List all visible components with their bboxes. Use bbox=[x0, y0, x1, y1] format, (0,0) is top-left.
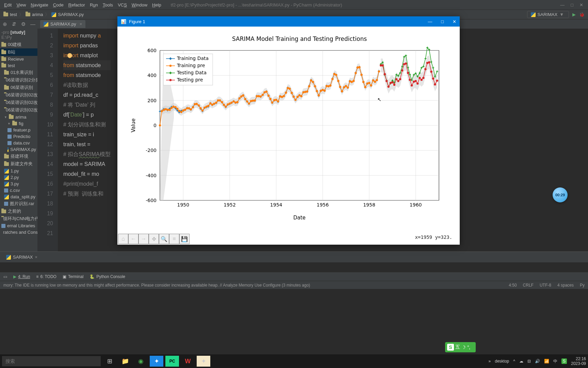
menu-vcs[interactable]: VCS bbox=[116, 1, 129, 9]
sidebar-item[interactable]: 2.py bbox=[0, 174, 37, 181]
minimize-icon[interactable]: ― bbox=[428, 19, 432, 24]
pan-icon[interactable]: ✥ bbox=[149, 234, 159, 244]
run-icon[interactable]: ▶ bbox=[572, 12, 576, 17]
caret-position[interactable]: 4:50 bbox=[509, 283, 517, 288]
sidebar-item[interactable]: data_split.py bbox=[0, 194, 37, 200]
crumb-test[interactable]: test bbox=[3, 12, 17, 17]
sidebar-item[interactable]: ernal Libraries bbox=[0, 223, 37, 229]
intention-bulb-icon[interactable] bbox=[67, 53, 72, 58]
sidebar-item[interactable]: SARIMAX.py bbox=[0, 146, 37, 153]
explorer-icon[interactable]: 📁 bbox=[118, 356, 132, 367]
sidebar-item[interactable]: 搭建环境 bbox=[0, 153, 37, 160]
sidebar-item[interactable]: 循环与CNN电力代码 bbox=[0, 215, 37, 223]
sidebar-item[interactable]: 06菜谱识别02改 bbox=[0, 91, 37, 99]
maximize-icon[interactable]: □ bbox=[571, 2, 573, 7]
menu-refactor[interactable]: Refactor bbox=[66, 1, 87, 9]
browser-icon[interactable]: ◉ bbox=[134, 356, 148, 367]
menu-edit[interactable]: Edit bbox=[2, 1, 14, 9]
menu-run[interactable]: Run bbox=[88, 1, 100, 9]
todo-toolwindow[interactable]: ≡ 6: TODO bbox=[36, 274, 56, 279]
menu-navigate[interactable]: Navigate bbox=[29, 1, 50, 9]
close-icon[interactable]: ✕ bbox=[453, 19, 456, 24]
app-icon-1[interactable]: ✦ bbox=[150, 356, 163, 367]
menu-code[interactable]: Code bbox=[51, 1, 66, 9]
sidebar-item[interactable]: 新建文件夹 bbox=[0, 160, 37, 168]
sidebar-item[interactable]: 1.py bbox=[0, 168, 37, 174]
indent[interactable]: 4 spaces bbox=[557, 283, 574, 288]
zoom-icon[interactable]: 🔍 bbox=[159, 234, 169, 244]
close-tab-icon[interactable]: × bbox=[35, 255, 38, 260]
app-icon-3[interactable]: ✦ bbox=[197, 356, 210, 367]
ime-s-icon[interactable]: S bbox=[561, 358, 567, 364]
configure-icon[interactable]: ≡ bbox=[169, 234, 179, 244]
sidebar-item[interactable]: Predictio bbox=[0, 133, 37, 140]
gear-icon[interactable]: ⚙ bbox=[21, 21, 26, 27]
app-icon-2[interactable]: W bbox=[181, 356, 195, 367]
save-icon[interactable]: 💾 bbox=[179, 234, 190, 244]
project-root[interactable]: -pro [study] E:\Py bbox=[0, 29, 37, 41]
terminal-toolwindow[interactable]: ▣ Terminal bbox=[63, 274, 83, 279]
wifi-icon[interactable]: 📶 bbox=[544, 359, 549, 364]
sidebar-item[interactable]: test bbox=[0, 62, 37, 69]
back-icon[interactable]: ← bbox=[128, 234, 138, 244]
run-toolwindow[interactable]: ▶4: Run bbox=[13, 274, 30, 279]
hide-icon[interactable]: ― bbox=[30, 21, 35, 27]
sidebar-item[interactable]: 00建模 bbox=[0, 41, 37, 48]
home-icon[interactable]: ⌂ bbox=[118, 234, 128, 244]
pycharm-icon[interactable]: PC bbox=[165, 356, 179, 367]
sidebar-item[interactable]: B站 bbox=[0, 48, 37, 56]
encoding[interactable]: UTF-8 bbox=[540, 283, 551, 288]
line-ending[interactable]: CRLF bbox=[523, 283, 534, 288]
overflow-icon[interactable]: » bbox=[489, 359, 491, 364]
ime-tray-icon[interactable]: 中 bbox=[553, 358, 557, 364]
sidebar-item[interactable]: ▼arima bbox=[0, 114, 37, 120]
recording-timer-badge[interactable]: 00:29 bbox=[553, 187, 568, 202]
close-icon[interactable]: ✕ bbox=[579, 2, 583, 7]
maximize-icon[interactable]: □ bbox=[441, 19, 444, 24]
python-console-toolwindow[interactable]: 🐍 Python Console bbox=[89, 274, 125, 279]
code-area[interactable]: import numpy aimport pandasimport matplo… bbox=[58, 29, 111, 251]
menu-tools[interactable]: Tools bbox=[101, 1, 115, 9]
svg-point-60 bbox=[223, 104, 225, 106]
menu-view[interactable]: View bbox=[14, 1, 28, 9]
sidebar-item[interactable]: 3.py bbox=[0, 181, 37, 187]
sidebar-item[interactable]: ▼fig bbox=[0, 120, 37, 127]
run-panel-tab[interactable]: SARIMAX × bbox=[3, 254, 41, 261]
debug-icon[interactable]: 🐞 bbox=[579, 12, 585, 17]
memory-warning[interactable]: mory: The IDE is running low on memory a… bbox=[3, 283, 310, 288]
crumb-arima[interactable]: arima bbox=[26, 12, 43, 17]
cloud-icon[interactable]: ☁ bbox=[519, 359, 523, 364]
taskbar-clock[interactable]: 22:16 2023-09 bbox=[571, 356, 586, 366]
sidebar-item[interactable]: 06菜谱识别02改 bbox=[0, 106, 37, 114]
menu-window[interactable]: Window bbox=[130, 1, 149, 9]
task-view-icon[interactable]: ⊞ bbox=[103, 356, 116, 367]
close-tab-icon[interactable]: × bbox=[80, 21, 82, 27]
menu-help[interactable]: Help bbox=[150, 1, 163, 9]
tray-icon[interactable]: ⊟ bbox=[527, 359, 531, 364]
sidebar-item[interactable]: 06菜谱识别2分类 bbox=[0, 76, 37, 84]
sidebar-item[interactable]: ratches and Consol bbox=[0, 229, 37, 235]
minimize-icon[interactable]: ― bbox=[560, 2, 565, 7]
ime-indicator[interactable]: S 五 ☽ °‚ bbox=[445, 342, 476, 352]
sidebar-item[interactable]: 01水果识别 bbox=[0, 69, 37, 76]
target-icon[interactable]: ⊕ bbox=[3, 21, 7, 27]
sidebar-item[interactable]: data.csv bbox=[0, 140, 37, 146]
chevron-up-icon[interactable]: ^ bbox=[513, 359, 515, 364]
sidebar-item[interactable]: 之前的 bbox=[0, 208, 37, 215]
taskbar-search[interactable] bbox=[2, 356, 101, 366]
sidebar-item[interactable]: featuer.p bbox=[0, 127, 37, 133]
volume-icon[interactable]: 🔊 bbox=[535, 359, 540, 364]
run-config-dropdown[interactable]: SARIMAX ▼ bbox=[527, 11, 569, 18]
messages-icon[interactable]: ▭ bbox=[3, 274, 7, 279]
file-tab[interactable]: SARIMAX.py × bbox=[40, 20, 85, 28]
sidebar-item[interactable]: 06菜谱识别 bbox=[0, 84, 37, 91]
sidebar-item[interactable]: 06菜谱识别02改 bbox=[0, 99, 37, 106]
forward-icon[interactable]: → bbox=[138, 234, 149, 244]
sidebar-item[interactable]: Recieve bbox=[0, 56, 37, 62]
crumb-file[interactable]: SARIMAX.py bbox=[51, 12, 84, 17]
sidebar-item[interactable]: c.csv bbox=[0, 187, 37, 194]
net-label[interactable]: desktop bbox=[495, 359, 509, 364]
collapse-icon[interactable]: ⇵ bbox=[12, 21, 16, 27]
sidebar-item[interactable]: 图片识别.rar bbox=[0, 200, 37, 208]
figure-titlebar[interactable]: 📊 Figure 1 ― □ ✕ bbox=[117, 16, 460, 27]
